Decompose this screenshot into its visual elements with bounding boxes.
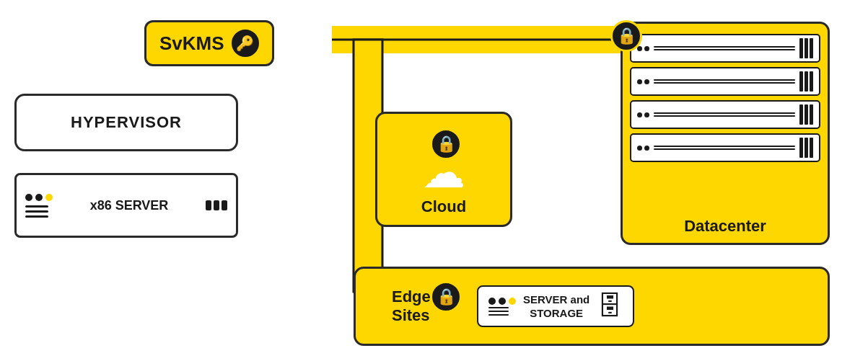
lock-datacenter: 🔒: [610, 20, 642, 52]
server-box: x86 SERVER: [14, 173, 238, 238]
dot-black-2: [35, 194, 43, 201]
dc-server-row-3: [630, 100, 820, 129]
server-line-3: [25, 215, 48, 218]
lock-cloud: 🔒: [430, 128, 462, 160]
dc-server-row-2: [630, 67, 820, 96]
server-line-1: [25, 205, 48, 208]
diagram: SvKMS 🔑 HYPERVISOR x86 SERVER 🔒: [0, 0, 868, 361]
svkms-box: SvKMS 🔑: [144, 20, 274, 66]
datacenter-box: Datacenter: [621, 22, 830, 245]
dot-black-1: [25, 194, 32, 201]
dot-yellow-1: [45, 194, 53, 201]
server-line-2: [25, 210, 48, 213]
hypervisor-box: HYPERVISOR: [14, 94, 238, 151]
server-label: x86 SERVER: [60, 198, 198, 213]
svkms-label: SvKMS: [159, 32, 224, 55]
svkms-key-icon: 🔑: [232, 30, 259, 57]
cloud-label: Cloud: [421, 197, 466, 216]
datacenter-label: Datacenter: [630, 214, 820, 236]
storage-cylinder-icon: 🗄: [597, 291, 623, 321]
edge-box: Edge Sites SERVER andSTORAGE 🗄: [354, 267, 830, 346]
dc-server-row-4: [630, 133, 820, 162]
server-indicators: [25, 194, 53, 218]
lock-edge: 🔒: [430, 281, 462, 313]
server-drives: [206, 200, 227, 210]
edge-server-storage: SERVER andSTORAGE 🗄: [477, 285, 634, 327]
hypervisor-label: HYPERVISOR: [71, 113, 182, 132]
edge-storage-text: SERVER andSTORAGE: [523, 293, 589, 321]
dc-server-row-1: [630, 34, 820, 63]
